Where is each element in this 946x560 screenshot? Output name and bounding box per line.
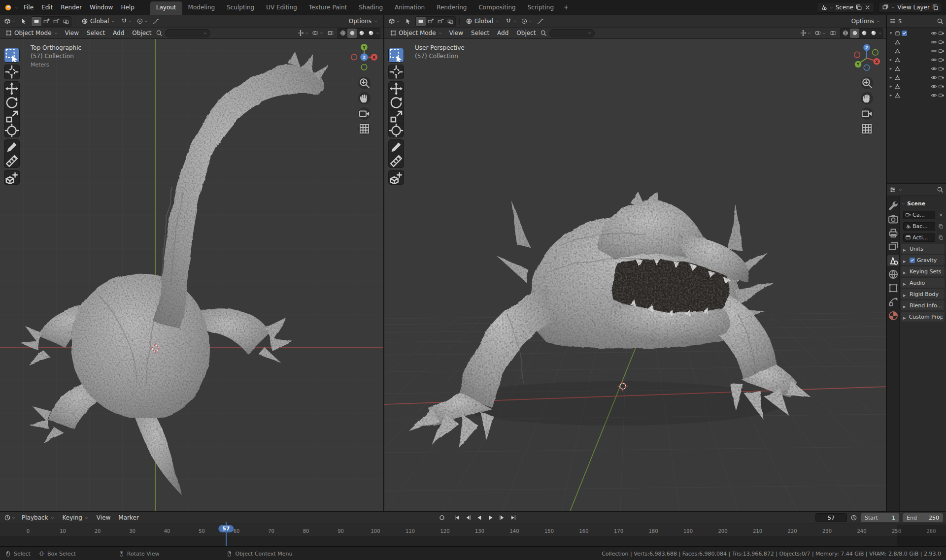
timeline-menu-view[interactable]: View [93,513,114,523]
shading-solid-button[interactable] [850,29,859,38]
timeline-menu-marker[interactable]: Marker [114,513,142,523]
shading-wireframe-button[interactable] [338,29,347,38]
overlays-dropdown[interactable] [813,29,827,38]
menu-select[interactable]: Select [468,29,493,37]
axis-neg-z-ball[interactable] [864,65,870,71]
tab-render[interactable] [887,214,899,225]
blender-logo-icon[interactable] [4,3,12,12]
tab-tool[interactable] [887,200,899,211]
scene-selector[interactable]: Scene [817,2,875,13]
menu-object[interactable]: Object [513,29,539,37]
disclosure-triangle[interactable]: ▸ [888,66,893,71]
outliner-row[interactable]: ▸ [887,91,946,99]
disclosure-triangle[interactable]: ▸ [888,57,893,62]
timeline-menu-keying[interactable]: Keying [59,513,93,523]
menu-select[interactable]: Select [83,29,108,37]
select-subtract-button[interactable] [436,17,445,26]
viewport-canvas-right[interactable]: User Perspective (57) Collection Z X Y [384,39,886,511]
timeline-track-area[interactable] [0,536,946,546]
current-frame-indicator[interactable]: 57 [218,525,234,532]
tool-transform-button[interactable] [4,123,19,137]
select-subtract-button[interactable] [51,17,61,26]
active-tool-button[interactable] [19,17,28,26]
outliner-row[interactable]: ▸ [887,64,946,73]
select-extend-button[interactable] [41,17,51,26]
select-extend-button[interactable] [426,17,436,26]
xray-toggle[interactable] [326,29,335,38]
camera-restrict-icon[interactable] [938,30,945,36]
menu-window[interactable]: Window [86,2,117,12]
workspace-tab-texture-paint[interactable]: Texture Paint [303,1,353,15]
filter-dropdown[interactable] [165,29,210,37]
search-icon[interactable] [540,30,547,36]
tool-addcube-button[interactable] [4,170,19,184]
gravity-checkbox[interactable] [910,258,915,263]
panel-keying-sets[interactable]: ▸Keying Sets [901,266,945,276]
camera-restrict-icon[interactable] [938,66,945,72]
menu-edit[interactable]: Edit [37,2,57,12]
play-reverse-button[interactable] [474,513,485,523]
tab-material[interactable] [887,310,899,321]
auto-keying-toggle[interactable] [437,513,447,523]
snap-toggle[interactable] [120,17,134,26]
tool-transform-button[interactable] [389,123,404,137]
tool-measure-button[interactable] [4,154,19,167]
eye-icon[interactable] [931,39,937,45]
tool-move-button[interactable] [4,82,19,96]
menu-view[interactable]: View [62,29,82,37]
workspace-tab-rendering[interactable]: Rendering [431,1,473,15]
unlink-scene-icon[interactable] [864,4,871,11]
tool-move-button[interactable] [389,82,404,96]
menu-render[interactable]: Render [57,2,86,12]
eye-icon[interactable] [931,66,937,72]
shading-wireframe-button[interactable] [841,29,850,38]
clear-camera-button[interactable] [937,211,945,219]
camera-restrict-icon[interactable] [938,83,945,90]
timeline-menu-playback[interactable]: Playback [18,513,59,523]
editor-outliner-icon[interactable] [889,18,896,25]
zoom-button[interactable] [861,77,873,89]
panel-rigid-body[interactable]: ▸Rigid Body [901,289,945,299]
panel-custom-prop-[interactable]: ▸Custom Prop... [901,312,945,322]
active-clip-field[interactable]: Acti... [903,233,935,242]
search-icon[interactable] [937,18,944,25]
mode-dropdown[interactable]: Object Mode [387,29,445,38]
workspace-tab-shading[interactable]: Shading [353,1,389,15]
editor-type-button[interactable] [387,17,401,26]
options-dropdown[interactable]: Options [346,17,380,26]
toggle-orthographic-button[interactable] [358,123,371,135]
pan-button[interactable] [861,92,873,104]
panel-scene[interactable]: Scene [901,198,945,208]
new-view-layer-icon[interactable] [932,4,939,11]
shading-rendered-button[interactable] [366,29,375,38]
xray-toggle[interactable] [828,29,838,38]
add-workspace-button[interactable]: + [560,1,573,15]
jump-to-end-button[interactable] [508,513,519,523]
outliner-row[interactable]: ▸ [887,82,946,91]
editor-properties-icon[interactable] [889,186,896,193]
viewport-canvas-left[interactable]: Top Orthographic (57) Collection Meters … [0,39,383,511]
tab-viewlayer[interactable] [887,241,899,252]
tool-annotate-button[interactable] [4,140,19,154]
camera-restrict-icon[interactable] [938,57,945,63]
menu-add[interactable]: Add [109,29,128,37]
disclosure-triangle[interactable]: ▸ [888,93,893,98]
shading-rendered-button[interactable] [869,29,878,38]
tool-scale-button[interactable] [4,109,19,123]
shading-solid-button[interactable] [347,29,357,38]
outliner-row[interactable]: ▸ [887,73,946,82]
menu-add[interactable]: Add [494,29,512,37]
eye-icon[interactable] [931,48,937,54]
disclosure-triangle[interactable]: ▸ [888,75,893,80]
camera-restrict-icon[interactable] [938,39,945,45]
tool-select-button[interactable] [389,48,404,62]
eye-icon[interactable] [931,74,937,81]
shading-material-button[interactable] [357,29,366,38]
eye-icon[interactable] [931,92,937,99]
view-layer-selector[interactable]: View Layer [878,2,942,13]
camera-view-button[interactable] [358,107,371,120]
frame-start-field[interactable]: Start1 [861,513,899,522]
select-set-button[interactable] [32,17,41,26]
tool-measure-button[interactable] [389,154,404,167]
eye-icon[interactable] [931,83,937,90]
